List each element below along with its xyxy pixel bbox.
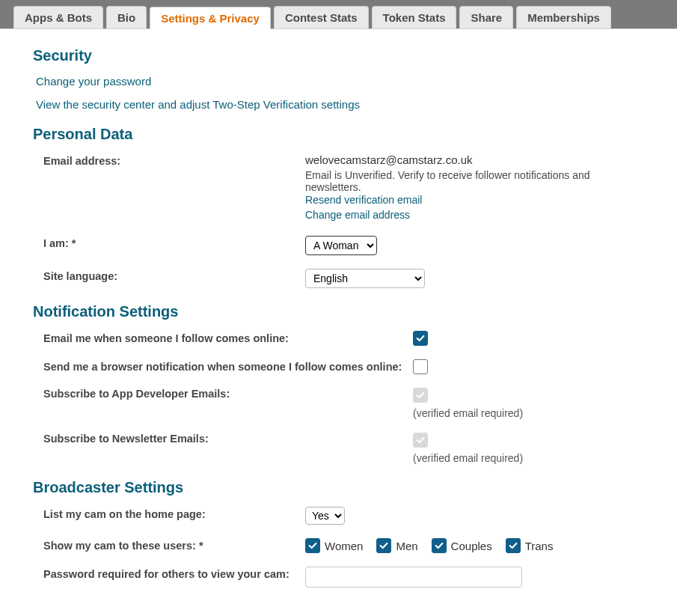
tab-contest-stats[interactable]: Contest Stats bbox=[274, 6, 369, 28]
change-email-link[interactable]: Change email address bbox=[305, 208, 649, 223]
check-icon bbox=[434, 540, 444, 551]
cam-password-label: Password required for others to view you… bbox=[43, 567, 305, 580]
tab-bar: Apps & Bots Bio Settings & Privacy Conte… bbox=[0, 0, 677, 29]
dev-emails-required-note: (verified email required) bbox=[413, 407, 523, 419]
show-cam-couples-checkbox[interactable] bbox=[432, 538, 447, 553]
iam-select[interactable]: A Woman bbox=[305, 236, 377, 255]
check-icon bbox=[307, 540, 318, 551]
check-icon bbox=[508, 540, 518, 551]
dev-emails-label: Subscribe to App Developer Emails: bbox=[43, 388, 413, 400]
email-address-value: welovecamstarz@camstarz.co.uk bbox=[305, 153, 649, 166]
newsletter-checkbox bbox=[413, 433, 428, 448]
show-cam-label: Show my cam to these users: * bbox=[43, 538, 305, 552]
check-icon bbox=[415, 333, 426, 344]
show-cam-trans-label: Trans bbox=[525, 540, 554, 552]
show-cam-women-label: Women bbox=[325, 540, 363, 552]
newsletter-label: Subscribe to Newsletter Emails: bbox=[43, 433, 413, 445]
show-cam-trans-checkbox[interactable] bbox=[506, 538, 521, 553]
email-follow-label: Email me when someone I follow comes onl… bbox=[43, 332, 413, 344]
show-cam-men-label: Men bbox=[396, 540, 417, 552]
security-heading: Security bbox=[33, 47, 649, 64]
browser-follow-label: Send me a browser notification when some… bbox=[43, 361, 413, 373]
tab-apps-bots[interactable]: Apps & Bots bbox=[13, 6, 103, 28]
check-icon bbox=[379, 540, 389, 551]
check-icon bbox=[415, 435, 426, 445]
site-language-select[interactable]: English bbox=[305, 269, 425, 288]
site-language-label: Site language: bbox=[43, 269, 305, 282]
browser-follow-checkbox[interactable] bbox=[413, 359, 428, 374]
security-center-link[interactable]: View the security center and adjust Two-… bbox=[36, 98, 649, 111]
tab-token-stats[interactable]: Token Stats bbox=[372, 6, 457, 28]
newsletter-required-note: (verified email required) bbox=[413, 452, 523, 464]
broadcaster-settings-heading: Broadcaster Settings bbox=[33, 479, 649, 496]
settings-content: Security Change your password View the s… bbox=[0, 29, 677, 609]
email-status-text: Email is Unverified. Verify to receive f… bbox=[305, 169, 649, 193]
iam-label: I am: * bbox=[43, 236, 305, 249]
show-cam-men-checkbox[interactable] bbox=[376, 538, 391, 553]
tab-bio[interactable]: Bio bbox=[106, 6, 147, 28]
notification-settings-heading: Notification Settings bbox=[33, 303, 649, 320]
show-cam-couples-label: Couples bbox=[451, 540, 492, 552]
email-address-label: Email address: bbox=[43, 153, 305, 167]
check-icon bbox=[415, 390, 426, 400]
tab-share[interactable]: Share bbox=[459, 6, 513, 28]
tab-settings-privacy[interactable]: Settings & Privacy bbox=[150, 7, 271, 29]
personal-data-heading: Personal Data bbox=[33, 126, 649, 143]
cam-password-input[interactable] bbox=[305, 567, 522, 588]
email-follow-checkbox[interactable] bbox=[413, 331, 428, 346]
resend-verification-link[interactable]: Resend verification email bbox=[305, 193, 649, 208]
dev-emails-checkbox bbox=[413, 388, 428, 403]
show-cam-women-checkbox[interactable] bbox=[305, 538, 320, 553]
list-cam-label: List my cam on the home page: bbox=[43, 507, 305, 520]
change-password-link[interactable]: Change your password bbox=[36, 75, 649, 88]
tab-memberships[interactable]: Memberships bbox=[516, 6, 611, 28]
list-cam-select[interactable]: Yes bbox=[305, 507, 345, 525]
